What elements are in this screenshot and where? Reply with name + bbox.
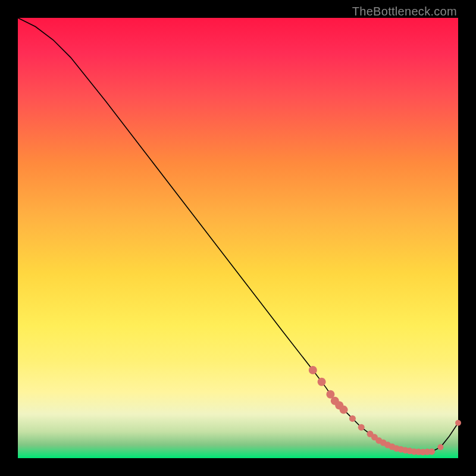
chart-plot-area bbox=[18, 18, 458, 458]
data-point-marker bbox=[349, 415, 356, 422]
data-point-marker bbox=[340, 406, 348, 414]
data-point-marker bbox=[437, 444, 443, 450]
data-point-marker bbox=[309, 366, 317, 374]
data-point-marker bbox=[428, 448, 435, 455]
line-series-path bbox=[18, 18, 458, 452]
data-point-marker bbox=[455, 420, 461, 426]
data-point-marker bbox=[358, 424, 365, 431]
watermark-label: TheBottleneck.com bbox=[352, 5, 457, 18]
line-series-markers bbox=[309, 366, 461, 455]
bottleneck-curve bbox=[18, 18, 458, 458]
data-point-marker bbox=[318, 378, 326, 386]
